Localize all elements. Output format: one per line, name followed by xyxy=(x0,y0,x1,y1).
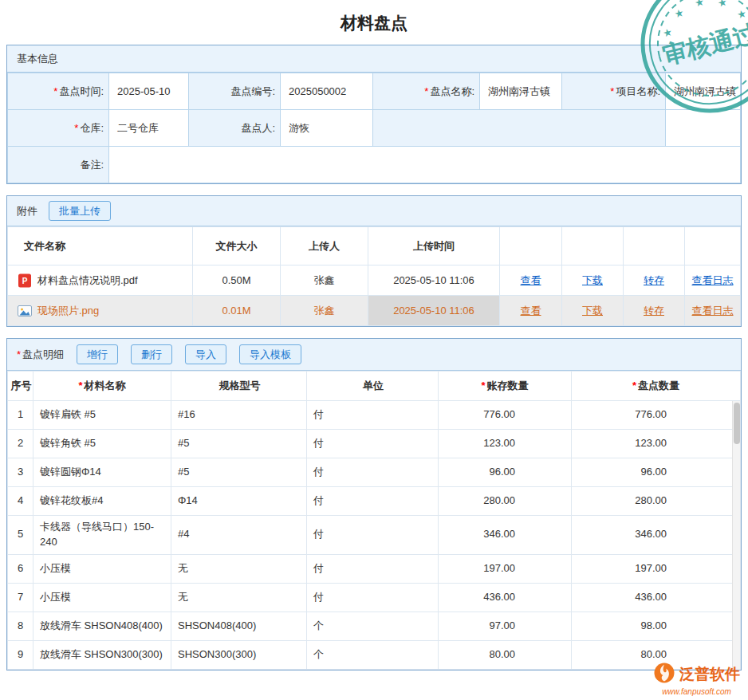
table-row[interactable]: 9 放线滑车 SHSON300(300) SHSON300(300) 个 80.… xyxy=(8,640,741,669)
field-label-warehouse: *仓库: xyxy=(8,110,109,147)
cell-uploader: 张鑫 xyxy=(281,265,368,296)
table-row[interactable]: 6 小压模 无 付 197.00 197.00 xyxy=(8,554,741,583)
delete-row-button[interactable]: 删行 xyxy=(131,344,172,365)
cell-stock-qty: 280.00 xyxy=(439,487,572,516)
batch-upload-button[interactable]: 批量上传 xyxy=(49,201,111,222)
attachment-row[interactable]: P 材料盘点情况说明.pdf 0.50M 张鑫 2025-05-10 11:06… xyxy=(8,265,741,296)
cell-stock-qty: 80.00 xyxy=(439,640,572,669)
cell-spec: SHSON408(400) xyxy=(171,612,307,640)
cell-serial: 9 xyxy=(8,640,33,669)
vertical-scrollbar[interactable] xyxy=(732,401,740,670)
field-label-project-name: *项目名称: xyxy=(562,73,666,110)
detail-section: *盘点明细 增行 删行 导入 导入模板 序号 *材料名称 规格型号 单位 *账存… xyxy=(6,338,742,671)
view-log-link[interactable]: 查看日志 xyxy=(692,305,734,317)
cell-unit: 付 xyxy=(307,458,439,487)
col-action xyxy=(562,227,624,265)
file-name[interactable]: 材料盘点情况说明.pdf xyxy=(37,273,138,288)
cell-unit: 付 xyxy=(307,487,439,516)
empty-cell xyxy=(666,110,741,147)
scrollbar-thumb[interactable] xyxy=(734,403,740,444)
field-value-inventory-no: 2025050002 xyxy=(281,73,373,110)
cell-stock-qty: 776.00 xyxy=(439,401,572,430)
cell-spec: #16 xyxy=(171,401,307,430)
basic-info-section: 基本信息 *盘点时间: 2025-05-10 盘点编号: 2025050002 … xyxy=(6,45,742,184)
cell-count-qty: 346.00 xyxy=(572,516,741,555)
detail-table: 序号 *材料名称 规格型号 单位 *账存数量 *盘点数量 1 镀锌扁铁 #5 #… xyxy=(7,371,741,670)
cell-unit: 个 xyxy=(307,612,439,640)
cell-spec: SHSON300(300) xyxy=(171,640,307,669)
file-name[interactable]: 现场照片.png xyxy=(37,304,99,318)
cell-unit: 付 xyxy=(307,554,439,583)
cell-serial: 2 xyxy=(8,430,33,458)
cell-serial: 6 xyxy=(8,554,33,583)
field-value-warehouse: 二号仓库 xyxy=(109,110,189,147)
detail-title: *盘点明细 xyxy=(17,348,64,362)
transfer-link[interactable]: 转存 xyxy=(644,274,664,286)
view-link[interactable]: 查看 xyxy=(521,274,541,286)
field-value-remark xyxy=(109,147,741,183)
cell-material-name: 小压模 xyxy=(33,583,171,612)
cell-serial: 8 xyxy=(8,612,33,640)
basic-info-title: 基本信息 xyxy=(17,52,58,66)
download-link[interactable]: 下载 xyxy=(582,274,603,286)
cell-spec: 无 xyxy=(171,583,307,612)
cell-count-qty: 123.00 xyxy=(572,430,741,458)
field-label-inventory-person: 盘点人: xyxy=(189,110,281,147)
col-file-size: 文件大小 xyxy=(193,227,281,265)
cell-stock-qty: 436.00 xyxy=(439,583,572,612)
cell-stock-qty: 96.00 xyxy=(439,458,572,487)
attachments-header: 附件 批量上传 xyxy=(7,196,741,226)
detail-header: *盘点明细 增行 删行 导入 导入模板 xyxy=(7,339,741,371)
page-title: 材料盘点 xyxy=(0,0,748,45)
field-value-inventory-person: 游恢 xyxy=(281,110,373,147)
import-template-button[interactable]: 导入模板 xyxy=(239,344,301,365)
download-link[interactable]: 下载 xyxy=(582,305,603,317)
attachments-table: 文件名称 文件大小 上传人 上传时间 P 材料盘点情况说明.pdf xyxy=(7,226,741,326)
cell-material-name: 镀锌花纹板#4 xyxy=(33,487,171,516)
image-file-icon xyxy=(18,304,32,318)
table-row[interactable]: 5 卡线器（导线马口）150-240 #4 付 346.00 346.00 xyxy=(8,516,741,555)
attachment-row[interactable]: 现场照片.png 0.01M 张鑫 2025-05-10 11:06 查看 下载… xyxy=(8,296,741,326)
logo-url: www.fanpusoft.com xyxy=(653,687,740,696)
pdf-file-icon: P xyxy=(18,273,32,288)
cell-count-qty: 197.00 xyxy=(572,554,741,583)
table-row[interactable]: 7 小压模 无 付 436.00 436.00 xyxy=(8,583,741,612)
basic-info-header: 基本信息 xyxy=(7,45,741,73)
col-count-qty: *盘点数量 xyxy=(572,372,741,401)
col-unit: 单位 xyxy=(307,372,439,401)
cell-spec: #5 xyxy=(171,430,307,458)
add-row-button[interactable]: 增行 xyxy=(77,344,118,365)
table-row[interactable]: 4 镀锌花纹板#4 Φ14 付 280.00 280.00 xyxy=(8,487,741,516)
cell-count-qty: 80.00 xyxy=(572,640,741,669)
view-log-link[interactable]: 查看日志 xyxy=(692,274,734,286)
cell-material-name: 放线滑车 SHSON408(400) xyxy=(33,612,171,640)
cell-unit: 个 xyxy=(307,640,439,669)
cell-file-size: 0.01M xyxy=(193,296,281,326)
cell-spec: Φ14 xyxy=(171,487,307,516)
table-row[interactable]: 3 镀锌圆钢Φ14 #5 付 96.00 96.00 xyxy=(8,458,741,487)
cell-stock-qty: 123.00 xyxy=(439,430,572,458)
cell-material-name: 放线滑车 SHSON300(300) xyxy=(33,640,171,669)
col-action xyxy=(500,227,562,265)
cell-serial: 4 xyxy=(8,487,33,516)
table-row[interactable]: 1 镀锌扁铁 #5 #16 付 776.00 776.00 xyxy=(8,401,741,430)
svg-text:P: P xyxy=(22,277,28,285)
attachments-header-row: 文件名称 文件大小 上传人 上传时间 xyxy=(8,227,741,265)
cell-unit: 付 xyxy=(307,583,439,612)
cell-count-qty: 776.00 xyxy=(572,401,741,430)
cell-material-name: 镀锌扁铁 #5 xyxy=(33,401,171,430)
col-upload-time: 上传时间 xyxy=(368,227,500,265)
cell-serial: 7 xyxy=(8,583,33,612)
view-link[interactable]: 查看 xyxy=(521,305,541,317)
cell-file-size: 0.50M xyxy=(193,265,281,296)
import-button[interactable]: 导入 xyxy=(185,344,226,365)
cell-uploader: 张鑫 xyxy=(281,296,368,326)
cell-stock-qty: 197.00 xyxy=(439,554,572,583)
cell-serial: 1 xyxy=(8,401,33,430)
table-row[interactable]: 2 镀锌角铁 #5 #5 付 123.00 123.00 xyxy=(8,430,741,458)
attachments-title: 附件 xyxy=(17,204,37,218)
cell-file-name: 现场照片.png xyxy=(8,296,193,326)
table-row[interactable]: 8 放线滑车 SHSON408(400) SHSON408(400) 个 97.… xyxy=(8,612,741,640)
cell-unit: 付 xyxy=(307,516,439,555)
transfer-link[interactable]: 转存 xyxy=(644,305,664,317)
